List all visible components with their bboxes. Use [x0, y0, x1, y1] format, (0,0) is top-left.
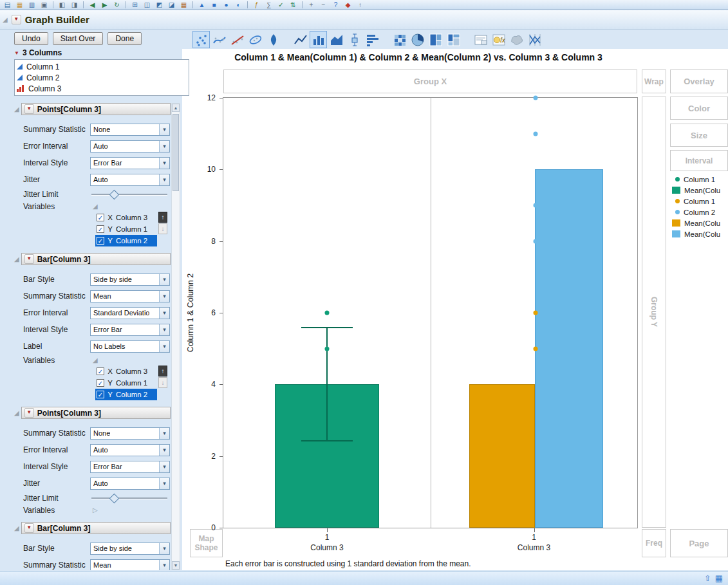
- start-over-button[interactable]: Start Over: [53, 32, 104, 45]
- legend-item[interactable]: Mean(Colu: [672, 228, 728, 239]
- checkbox[interactable]: ✓: [97, 379, 104, 387]
- legend-item[interactable]: Mean(Colu: [672, 185, 728, 196]
- tabulate-icon[interactable]: ▦: [179, 1, 189, 9]
- down-arrow-button[interactable]: ↓: [158, 223, 167, 234]
- legend-item[interactable]: Mean(Colu: [672, 218, 728, 228]
- legend-item[interactable]: Column 1: [672, 196, 728, 207]
- section-header[interactable]: ▼Points[Column 3]: [21, 407, 171, 419]
- legend-item[interactable]: Column 1: [672, 174, 728, 185]
- new-data-table-icon[interactable]: ▤: [3, 1, 12, 9]
- section-disclosure-icon[interactable]: ◢: [14, 409, 19, 416]
- point-column-1[interactable]: [534, 346, 538, 351]
- drop-zone-size[interactable]: Size: [670, 124, 728, 147]
- drop-zone-map-shape[interactable]: Map Shape: [190, 529, 223, 557]
- jitter-select[interactable]: Auto▾: [90, 174, 170, 186]
- bar-style-select[interactable]: Side by side▾: [90, 274, 170, 286]
- help-icon[interactable]: ?: [331, 1, 341, 9]
- slider-thumb[interactable]: [109, 494, 120, 504]
- ellipse-element-icon[interactable]: [247, 31, 264, 48]
- open-icon[interactable]: ▦: [15, 1, 24, 9]
- mosaic-element-icon[interactable]: [445, 31, 462, 48]
- checkbox[interactable]: ✓: [97, 391, 104, 398]
- forward-icon[interactable]: ▶: [100, 1, 109, 9]
- variable-row[interactable]: ✓YColumn 2: [95, 235, 157, 246]
- point-column-2[interactable]: [534, 96, 538, 100]
- graph-title[interactable]: Column 1 & Mean(Column 1) & Column 2 & M…: [193, 52, 644, 62]
- zoom-in-icon[interactable]: +: [306, 1, 316, 9]
- section-header[interactable]: ▼Points[Column 3]: [21, 103, 171, 115]
- point-column-1[interactable]: [534, 311, 538, 315]
- zoom-out-icon[interactable]: −: [319, 1, 328, 9]
- interval-style-select[interactable]: Error Bar▾: [90, 461, 170, 473]
- done-button[interactable]: Done: [107, 32, 142, 45]
- graph-builder-icon[interactable]: ▲: [197, 1, 207, 9]
- copy-icon[interactable]: ◧: [57, 1, 67, 9]
- drop-zone-group-y[interactable]: Group Y: [642, 97, 666, 528]
- drop-zone-color[interactable]: Color: [670, 97, 728, 120]
- points-element-icon[interactable]: [192, 31, 210, 48]
- red-triangle-menu-icon[interactable]: ▼: [24, 104, 34, 114]
- scrollbar-down-arrow[interactable]: ▼: [172, 561, 180, 570]
- up-arrow-button[interactable]: ↑: [158, 212, 167, 223]
- report-disclosure-icon[interactable]: ◢: [3, 16, 8, 23]
- summary-statistic-select[interactable]: None▾: [90, 427, 170, 440]
- slider-thumb[interactable]: [109, 190, 120, 200]
- fit-y-by-x-icon[interactable]: ◩: [154, 1, 164, 9]
- jitter-limit-slider[interactable]: [91, 190, 167, 199]
- bubble-plot-icon[interactable]: ◐: [234, 1, 243, 9]
- variable-row[interactable]: ✓YColumn 1↓: [95, 377, 157, 389]
- red-triangle-menu-icon[interactable]: ▼: [24, 254, 34, 264]
- matched-pairs-icon[interactable]: ◪: [167, 1, 176, 9]
- section-header[interactable]: ▼Bar[Column 3]: [21, 522, 171, 534]
- down-arrow-button[interactable]: ↓: [158, 377, 167, 388]
- column-list-item[interactable]: Column 2: [17, 72, 189, 83]
- column-list-item[interactable]: Column 3: [17, 83, 189, 94]
- error-interval-select[interactable]: Auto▾: [90, 444, 170, 456]
- formula-icon[interactable]: ƒ: [252, 1, 261, 9]
- parallel-element-icon[interactable]: [526, 31, 543, 48]
- pie-element-icon[interactable]: [409, 31, 426, 48]
- scatterplot-icon[interactable]: ●: [221, 1, 231, 9]
- drop-zone-group-x[interactable]: Group X: [223, 70, 637, 93]
- section-disclosure-icon[interactable]: ◢: [14, 255, 19, 263]
- chart-icon[interactable]: ■: [209, 1, 219, 9]
- plot-area[interactable]: [223, 98, 637, 528]
- summary-statistic-select[interactable]: Mean▾: [90, 290, 170, 302]
- jitter-select[interactable]: Auto▾: [90, 478, 170, 490]
- red-triangle-menu-icon[interactable]: ▼: [24, 408, 34, 418]
- undo-button[interactable]: Undo: [14, 32, 48, 45]
- point-column-2[interactable]: [534, 203, 538, 208]
- save-icon[interactable]: ▥: [27, 1, 37, 9]
- up-arrow-button[interactable]: ↑: [158, 366, 167, 376]
- smoother-element-icon[interactable]: [210, 31, 228, 48]
- variable-row[interactable]: ✓YColumn 1↓: [95, 223, 157, 235]
- heatmap-element-icon[interactable]: [391, 31, 408, 48]
- columns-disclosure-icon[interactable]: ▼: [14, 50, 19, 56]
- box-plot-element-icon[interactable]: [346, 31, 363, 48]
- check-icon[interactable]: ✓: [276, 1, 286, 9]
- refresh-icon[interactable]: ↻: [112, 1, 122, 9]
- distribution-icon[interactable]: ◫: [142, 1, 152, 9]
- checkbox[interactable]: ✓: [97, 237, 104, 245]
- bar-mean-column-1-[interactable]: [469, 384, 535, 528]
- drop-zone-freq[interactable]: Freq: [642, 529, 666, 557]
- checkbox[interactable]: ✓: [97, 214, 104, 221]
- bar-mean-column-2-[interactable]: [535, 169, 603, 528]
- section-disclosure-icon[interactable]: ◢: [14, 525, 19, 532]
- summary-statistic-select[interactable]: None▾: [90, 124, 170, 136]
- histogram-element-icon[interactable]: [364, 31, 381, 48]
- red-triangle-menu-icon[interactable]: ▼: [24, 523, 34, 533]
- area-element-icon[interactable]: [328, 31, 345, 48]
- variables-disclosure-icon[interactable]: ◢: [93, 203, 98, 210]
- checkbox[interactable]: ✓: [97, 367, 104, 375]
- x-axis-title[interactable]: Column 3: [310, 543, 343, 552]
- y-axis-title[interactable]: Column 1 & Column 2: [186, 274, 195, 352]
- data-grid-icon[interactable]: ▦: [715, 573, 723, 583]
- checkbox[interactable]: ✓: [97, 225, 104, 233]
- map-shapes-element-icon[interactable]: [508, 31, 525, 48]
- bar-element-icon[interactable]: [310, 31, 327, 48]
- jitter-limit-slider[interactable]: [91, 494, 167, 503]
- data-table-icon[interactable]: ⊞: [130, 1, 140, 9]
- sort-icon[interactable]: ⇅: [288, 1, 298, 9]
- point-column-1[interactable]: [325, 311, 330, 315]
